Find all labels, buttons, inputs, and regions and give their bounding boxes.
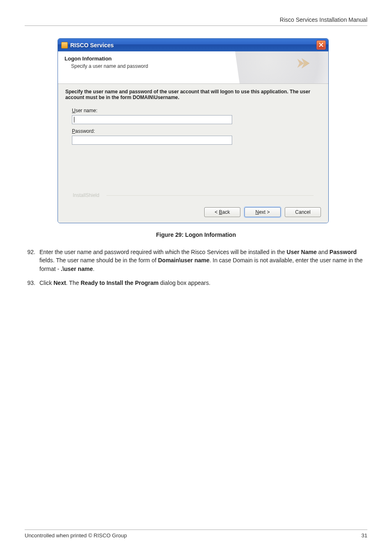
password-label: Password:: [72, 128, 321, 134]
installer-dialog: RISCO Services Logon Information Specify…: [58, 38, 329, 223]
footer-left: Uncontrolled when printed © RISCO Group: [25, 532, 127, 539]
footer-page-number: 31: [362, 532, 367, 539]
next-button[interactable]: Next >: [244, 207, 281, 217]
password-input[interactable]: [72, 136, 232, 145]
dialog-screenshot: RISCO Services Logon Information Specify…: [58, 38, 329, 223]
dialog-banner: Logon Information Specify a user name an…: [58, 51, 328, 84]
username-label: User name:: [72, 108, 321, 113]
figure-caption: Figure 29: Logon Information: [25, 231, 367, 238]
close-icon[interactable]: [316, 40, 326, 50]
cancel-button[interactable]: Cancel: [285, 207, 321, 217]
dialog-buttons: < Back Next > Cancel: [58, 204, 328, 223]
installer-icon: [61, 42, 68, 49]
instruction-text: Specify the user name and password of th…: [65, 89, 321, 100]
dialog-body: Specify the user name and password of th…: [58, 84, 328, 204]
banner-title: Logon Information: [65, 56, 322, 62]
instruction-list: 92. Enter the user name and password req…: [25, 248, 367, 287]
window-title: RISCO Services: [70, 42, 114, 49]
page-header: Risco Services Installation Manual: [25, 16, 367, 26]
username-input[interactable]: [72, 115, 232, 124]
list-number: 92.: [25, 248, 35, 273]
list-item: 92. Enter the user name and password req…: [25, 248, 367, 273]
page-footer: Uncontrolled when printed © RISCO Group …: [25, 530, 367, 539]
installshield-brand: InstallShield: [73, 192, 99, 198]
banner-subtitle: Specify a user name and password: [71, 63, 322, 69]
back-button[interactable]: < Back: [204, 207, 240, 217]
list-item: 93. Click Next. The Ready to Install the…: [25, 279, 367, 287]
arrow-icon: [295, 56, 309, 70]
list-number: 93.: [25, 279, 35, 287]
divider: [106, 195, 314, 196]
window-titlebar: RISCO Services: [58, 39, 328, 51]
